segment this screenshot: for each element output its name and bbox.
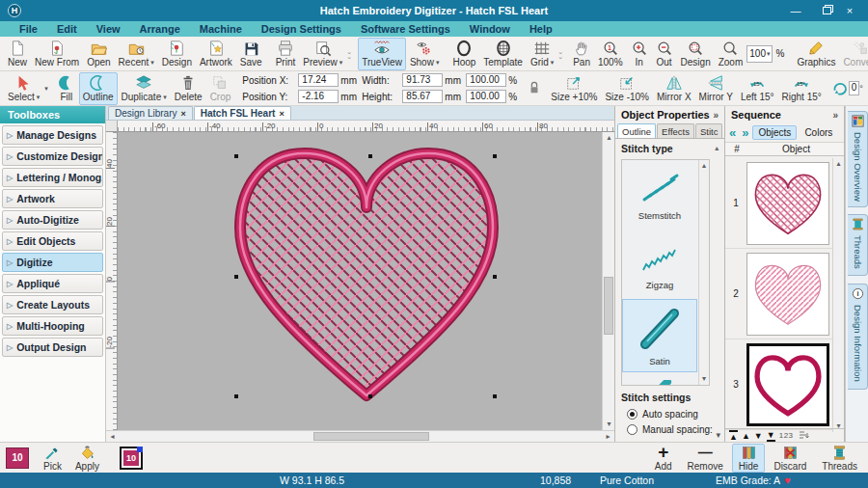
stitch-zigzag[interactable]: Zigzag — [622, 230, 697, 299]
previous-object-button[interactable]: « — [727, 125, 738, 141]
recent-button[interactable]: Recent▾ — [115, 38, 158, 70]
toolbox-digitize[interactable]: ▷Digitize — [2, 253, 103, 272]
open-button[interactable]: Open — [83, 38, 114, 70]
resequence-by-number-button[interactable]: 123 — [779, 431, 794, 440]
new-from-button[interactable]: New From — [31, 38, 83, 70]
trueview-button[interactable]: TrueView — [358, 38, 406, 70]
scale-x-input[interactable]: 100.00 — [466, 73, 506, 87]
zoom-out-button[interactable]: Out — [652, 38, 677, 70]
hide-button[interactable]: Hide — [732, 444, 766, 473]
tab-design-library[interactable]: Design Library × — [108, 106, 193, 120]
sequence-row-2[interactable]: 2 — [725, 249, 833, 339]
zoom-level-input[interactable]: 100 ▾ — [746, 45, 773, 63]
width-input[interactable]: 91.73 — [402, 73, 443, 87]
selection-handle[interactable] — [368, 154, 372, 158]
vscroll-thumb[interactable] — [604, 277, 613, 335]
menu-design-settings[interactable]: Design Settings — [252, 23, 351, 35]
selection-handle[interactable] — [493, 394, 497, 398]
tab-threads[interactable]: Threads — [848, 214, 868, 276]
hscroll-thumb[interactable] — [313, 432, 429, 441]
menu-arrange[interactable]: Arrange — [130, 23, 190, 35]
toolbox-applique[interactable]: ▷Appliqué — [2, 274, 103, 293]
object-thumbnail-outline[interactable] — [746, 343, 829, 426]
add-button[interactable]: + Add — [648, 444, 679, 473]
radio-auto-spacing[interactable] — [627, 409, 637, 420]
vertical-scrollbar[interactable]: ▴ ▾ — [602, 132, 614, 430]
stitch-list-scrollbar[interactable]: ▴ ▾ — [698, 160, 709, 385]
toolbox-customize-design[interactable]: ▷Customize Design — [2, 147, 103, 166]
preview-button[interactable]: Preview▾ — [299, 38, 346, 70]
auto-spacing-option[interactable]: Auto spacing — [627, 409, 719, 420]
lock-proportions-icon[interactable] — [528, 79, 541, 98]
toolbox-create-layouts[interactable]: ▷Create Layouts — [2, 295, 103, 314]
apply-color-button[interactable]: Apply — [68, 444, 106, 473]
rotate-angle-input[interactable]: 0 — [849, 81, 860, 95]
duplicate-button[interactable]: Duplicate▾ — [118, 72, 171, 105]
zoom-design-button[interactable]: Design — [677, 38, 715, 70]
print-button[interactable]: Print — [272, 38, 300, 70]
toolbox-auto-digitize[interactable]: ▷Auto-Digitize — [2, 210, 103, 230]
panel-scroll-up-icon[interactable]: ▴ — [715, 145, 719, 152]
select-split-dropdown-icon[interactable]: ▾ — [44, 85, 48, 93]
mirror-y-button[interactable]: Mirror Y — [695, 72, 737, 105]
toolbox-output-design[interactable]: ▷Output Design — [2, 338, 103, 357]
scale-y-input[interactable]: 100.00 — [466, 90, 506, 103]
menu-window[interactable]: Window — [460, 23, 520, 35]
height-input[interactable]: 85.67 — [402, 90, 443, 103]
threads-button[interactable]: Threads — [815, 444, 864, 473]
position-x-input[interactable]: 17.24 — [298, 73, 339, 87]
menu-view[interactable]: View — [87, 23, 130, 35]
toolbox-multi-hooping[interactable]: ▷Multi-Hooping — [2, 316, 103, 336]
size-down-button[interactable]: Size -10% — [601, 72, 653, 105]
sequence-row-3[interactable]: 3 — [725, 339, 833, 430]
show-button[interactable]: Show▾ — [406, 38, 444, 70]
rotate-right-15-button[interactable]: 15° Right 15° — [778, 72, 826, 105]
grid-button[interactable]: Grid▾ — [527, 38, 557, 70]
menu-software-settings[interactable]: Software Settings — [351, 23, 460, 35]
tab-design-information[interactable]: i Design Information — [848, 284, 868, 390]
horizontal-scrollbar[interactable]: ◂ ▸ — [106, 430, 614, 442]
zoom-button[interactable]: Zoom — [715, 38, 747, 70]
tab-outline[interactable]: Outline — [617, 123, 656, 138]
sequence-row-1[interactable]: 1 — [725, 158, 833, 249]
panel-expand-icon[interactable]: » — [713, 110, 719, 121]
template-button[interactable]: Template — [479, 38, 527, 70]
selection-handle[interactable] — [234, 275, 238, 279]
graphics-button[interactable]: Graphics — [793, 38, 839, 70]
tab-stitch[interactable]: Stitc — [695, 123, 722, 138]
discard-button[interactable]: Discard — [767, 444, 813, 473]
select-button[interactable]: Select▾ — [4, 72, 43, 105]
design-canvas[interactable] — [118, 132, 602, 430]
tab-objects[interactable]: Objects — [752, 125, 797, 140]
minimize-button[interactable]: — — [789, 5, 802, 16]
selection-handle[interactable] — [234, 154, 238, 158]
design-object-heart[interactable] — [118, 132, 602, 430]
fill-button[interactable]: Fill — [54, 72, 79, 105]
zoom-in-button[interactable]: In — [627, 38, 652, 70]
new-button[interactable]: New — [4, 38, 31, 70]
scroll-up-icon[interactable]: ▴ — [833, 158, 844, 170]
selection-handle[interactable] — [493, 275, 497, 279]
panel-expand-icon[interactable]: » — [832, 110, 838, 121]
save-button[interactable]: Save — [236, 38, 266, 70]
move-to-top-button[interactable]: ▲ — [729, 430, 738, 442]
tab-effects[interactable]: Effects — [657, 123, 694, 138]
tab-close-icon[interactable]: × — [180, 109, 185, 119]
scroll-up-icon[interactable]: ▴ — [699, 160, 709, 172]
menu-help[interactable]: Help — [520, 23, 562, 35]
selection-handle[interactable] — [493, 154, 497, 158]
rotate-left-15-button[interactable]: 15° Left 15° — [737, 72, 778, 105]
toolbox-edit-objects[interactable]: ▷Edit Objects — [2, 231, 103, 251]
object-thumbnail-crosshatch[interactable] — [746, 162, 829, 245]
stitch-satin[interactable]: Satin — [622, 299, 697, 372]
next-object-button[interactable]: » — [740, 125, 750, 141]
design-file-button[interactable]: Design — [158, 38, 196, 70]
toolbox-manage-designs[interactable]: ▷Manage Designs — [2, 125, 103, 145]
toolbox-artwork[interactable]: ▷Artwork — [2, 189, 103, 208]
stitch-stemstitch[interactable]: Stemstitch — [622, 160, 697, 230]
zoom-100-button[interactable]: 1 100% — [594, 38, 627, 70]
thread-color-chip[interactable]: 10 — [120, 447, 143, 470]
toolbox-lettering[interactable]: ▷Lettering / Monog... — [2, 168, 103, 187]
hoop-button[interactable]: Hoop — [448, 38, 479, 70]
move-down-button[interactable]: ▼ — [754, 431, 763, 441]
